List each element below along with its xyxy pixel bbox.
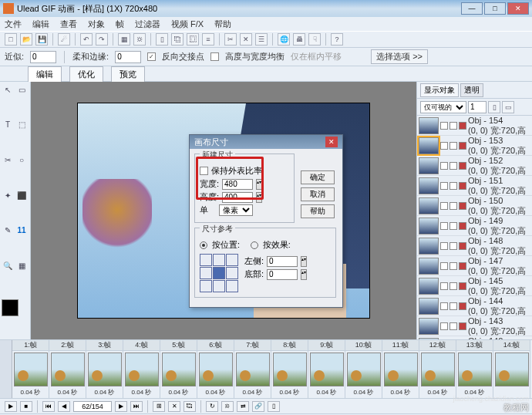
- obj-check3[interactable]: [459, 162, 466, 170]
- obj-check2[interactable]: [450, 262, 457, 270]
- obj-check2[interactable]: [450, 202, 457, 210]
- props-icon[interactable]: ⛭: [133, 33, 146, 46]
- timeline-frame[interactable]: 12:帧 0.04 秒: [419, 340, 456, 398]
- frame-position-input[interactable]: [73, 401, 112, 412]
- link-button[interactable]: 🔗: [252, 401, 264, 412]
- left-spinner[interactable]: ▴▾: [301, 256, 307, 267]
- timeline-frame[interactable]: 11:帧 0.04 秒: [382, 340, 419, 398]
- ok-button[interactable]: 确定: [301, 170, 335, 184]
- panel-btn2-icon[interactable]: ▭: [502, 101, 514, 113]
- pointer-tool-icon[interactable]: ↖: [2, 83, 14, 96]
- wizard-icon[interactable]: ☄: [58, 33, 70, 46]
- obj-check2[interactable]: [450, 122, 457, 130]
- object-row[interactable]: Obj - 148(0, 0) 宽:720,高: [417, 236, 532, 256]
- obj-check1[interactable]: [440, 282, 448, 290]
- lasso-tool-icon[interactable]: ✂: [2, 154, 14, 166]
- obj-check1[interactable]: [440, 162, 448, 170]
- obj-check1[interactable]: [440, 202, 448, 210]
- grid-icon[interactable]: ▦: [118, 33, 130, 46]
- fill-tool-icon[interactable]: ⬛: [15, 189, 28, 201]
- menu-object[interactable]: 对象: [88, 19, 105, 30]
- tab-show-objects[interactable]: 显示对象: [420, 83, 459, 97]
- obj-check2[interactable]: [450, 302, 457, 310]
- obj-check2[interactable]: [450, 282, 457, 290]
- obj-check3[interactable]: [459, 222, 466, 230]
- prev-button[interactable]: ◀: [58, 401, 70, 412]
- obj-check1[interactable]: [440, 242, 448, 250]
- new-icon[interactable]: □: [5, 33, 17, 46]
- timeline-frame[interactable]: 4:帧 0.04 秒: [123, 340, 160, 398]
- ellipse-tool-icon[interactable]: ○: [15, 154, 28, 166]
- approx-input[interactable]: [30, 51, 56, 63]
- obj-check2[interactable]: [450, 162, 457, 170]
- by-position-radio[interactable]: [200, 241, 207, 249]
- settings-button[interactable]: ⛭: [221, 401, 234, 412]
- stop-button[interactable]: ■: [20, 401, 32, 412]
- menu-file[interactable]: 文件: [5, 19, 22, 30]
- menu-view[interactable]: 查看: [60, 19, 77, 30]
- first-button[interactable]: ⏮: [42, 401, 55, 412]
- tab-edit[interactable]: 编辑: [28, 66, 62, 82]
- help-button[interactable]: 帮助: [301, 204, 335, 218]
- obj-check1[interactable]: [440, 222, 448, 230]
- object-row[interactable]: Obj - 152(0, 0) 宽:720,高: [417, 156, 532, 176]
- panel-btn1-icon[interactable]: ▯: [488, 101, 500, 113]
- obj-check3[interactable]: [459, 142, 466, 150]
- unit-select[interactable]: 像素: [219, 204, 253, 216]
- insert-frame-button[interactable]: ⊞: [153, 401, 165, 412]
- list-icon[interactable]: ≡: [202, 33, 214, 46]
- softedge-input[interactable]: [115, 51, 141, 63]
- align-icon[interactable]: ▯: [156, 33, 168, 46]
- width-spinner[interactable]: ▴▾: [256, 179, 262, 190]
- brush-tool-icon[interactable]: ✎: [2, 224, 14, 237]
- zoom-tool-icon[interactable]: 🔍: [2, 260, 14, 272]
- obj-check1[interactable]: [440, 262, 448, 270]
- help-icon[interactable]: ?: [331, 33, 343, 46]
- dup-icon[interactable]: ⿻: [171, 33, 184, 46]
- web-icon[interactable]: 🌐: [278, 33, 290, 46]
- timeline-frame[interactable]: 13:帧 0.04 秒: [456, 340, 493, 398]
- timeline-frame[interactable]: 14:帧: [493, 340, 530, 398]
- object-row[interactable]: Obj - 147(0, 0) 宽:720,高: [417, 256, 532, 276]
- obj-check3[interactable]: [459, 242, 466, 250]
- minimize-button[interactable]: —: [461, 2, 483, 15]
- timeline-frame[interactable]: 6:帧 0.04 秒: [197, 340, 234, 398]
- object-row[interactable]: Obj - 142(0, 0) 宽:720,高: [417, 336, 532, 339]
- color-swatch[interactable]: [2, 299, 19, 316]
- obj-check3[interactable]: [459, 322, 466, 330]
- obj-check3[interactable]: [459, 302, 466, 310]
- menu-help[interactable]: 帮助: [214, 19, 231, 30]
- scissors-icon[interactable]: ✂: [224, 33, 237, 46]
- bottom-input[interactable]: [267, 269, 298, 280]
- loop-button[interactable]: ↻: [206, 401, 218, 412]
- timeline-frame[interactable]: 7:帧 0.04 秒: [234, 340, 271, 398]
- object-row[interactable]: Obj - 143(0, 0) 宽:720,高: [417, 316, 532, 336]
- timeline-frame[interactable]: 8:帧 0.04 秒: [271, 340, 308, 398]
- wand-tool-icon[interactable]: ✦: [2, 189, 14, 201]
- obj-check2[interactable]: [450, 242, 457, 250]
- cancel-button[interactable]: 取消: [301, 187, 335, 201]
- timeline-frame[interactable]: 2:帧 0.04 秒: [49, 340, 86, 398]
- text-tool-icon[interactable]: T: [2, 119, 14, 131]
- menu-edit[interactable]: 编辑: [32, 19, 49, 30]
- object-row[interactable]: Obj - 151(0, 0) 宽:720,高: [417, 176, 532, 196]
- save-icon[interactable]: 💾: [35, 33, 48, 46]
- select-options-button[interactable]: 选择选项 >>: [371, 49, 428, 64]
- height-spinner[interactable]: ▴▾: [256, 192, 262, 203]
- object-row[interactable]: Obj - 149(0, 0) 宽:720,高: [417, 216, 532, 236]
- play-button[interactable]: ▶: [5, 401, 17, 412]
- obj-check1[interactable]: [440, 182, 448, 190]
- obj-check1[interactable]: [440, 142, 448, 150]
- whratio-check[interactable]: [210, 52, 219, 61]
- timeline-frame[interactable]: 1:帧 0.04 秒: [12, 340, 49, 398]
- obj-check2[interactable]: [450, 222, 457, 230]
- obj-check3[interactable]: [459, 182, 466, 190]
- dialog-close-button[interactable]: ✕: [325, 137, 338, 147]
- timeline-frame[interactable]: 9:帧 0.04 秒: [308, 340, 345, 398]
- height-input[interactable]: [222, 192, 253, 203]
- add-icon[interactable]: ☰: [255, 33, 268, 46]
- last-button[interactable]: ⏭: [130, 401, 143, 412]
- obj-check1[interactable]: [440, 302, 448, 310]
- object-row[interactable]: Obj - 154(0, 0) 宽:720,高: [417, 116, 532, 136]
- tab-optimize[interactable]: 优化: [69, 66, 103, 82]
